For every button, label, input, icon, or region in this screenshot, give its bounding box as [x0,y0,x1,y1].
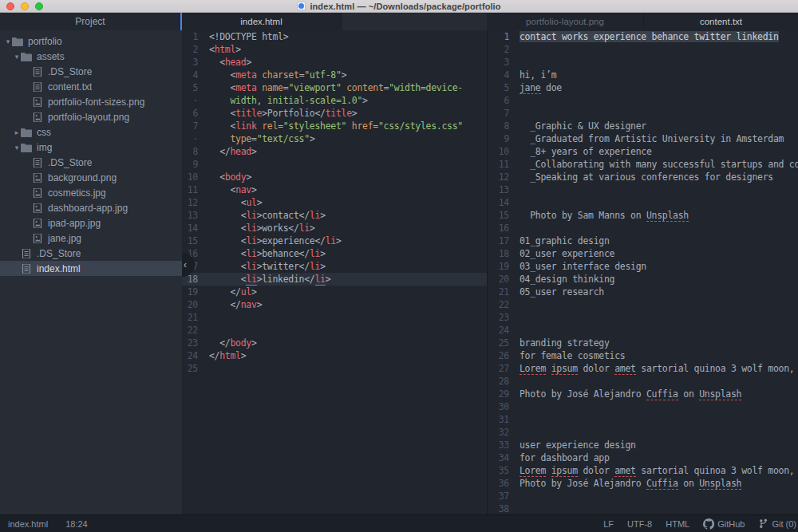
code-line[interactable]: 3 <head> [182,56,487,69]
code-line[interactable]: 38 [488,502,798,514]
code-line[interactable]: 5jane doe [488,81,798,94]
code-line[interactable]: 37 [488,490,798,502]
status-grammar[interactable]: HTML [666,519,689,529]
code-line[interactable]: 1<!DOCTYPE html> [182,30,487,43]
chevron-down-icon[interactable]: ▾ [13,53,21,61]
code-line[interactable]: 23 </body> [182,337,487,349]
code-line[interactable]: 26for female cosmetics [488,349,798,362]
tree-item--ds-store[interactable]: .DS_Store [0,155,182,170]
code-line[interactable]: 24 [488,324,798,337]
editor-index-html[interactable]: 1<!DOCTYPE html>2<html>3 <head>4 <meta c… [182,30,487,514]
chevron-right-icon[interactable]: ▸ [13,128,21,136]
code-line[interactable]: 1contact works experience behance twitte… [488,30,798,43]
code-line[interactable]: 20 </nav> [182,298,487,311]
code-line[interactable]: 7 <link rel="stylesheet" href="css/style… [182,120,487,132]
code-line[interactable]: 34for dashboard app [488,451,798,464]
close-button[interactable] [6,2,14,10]
code-line[interactable]: 2 [488,43,798,56]
tree-item-img[interactable]: ▾img [0,140,182,155]
code-line[interactable]: 17 <li>twitter</li> [182,260,487,273]
code-line[interactable]: 18 <li>linkedin</li> [182,273,487,286]
code-line[interactable]: 28 [488,375,798,388]
editor-content-txt[interactable]: 1contact works experience behance twitte… [487,30,798,514]
tree-item-portfolio[interactable]: ▾portfolio [0,33,182,49]
code-line[interactable]: · type="text/css"> [182,132,487,145]
code-line[interactable]: 1903_user interface design [488,260,798,273]
code-line[interactable]: 8 _Graphic & UX designer [488,120,798,132]
code-line[interactable]: 32 [488,426,798,439]
code-line[interactable]: 8 </head> [182,145,487,158]
code-line[interactable]: 35Lorem ipsum dolor amet sartorial quino… [488,464,798,477]
code-line[interactable]: 2004_design thinking [488,273,798,286]
tree-item-content-txt[interactable]: content.txt [0,79,182,94]
code-line[interactable]: 2<html> [182,43,487,56]
code-line[interactable]: · width, initial-scale=1.0"> [182,94,487,107]
tree-item-index-html[interactable]: index.html [0,261,182,276]
code-line[interactable]: 27Lorem ipsum dolor amet sartorial quino… [488,362,798,375]
code-line[interactable]: 15 Photo by Sam Manns on Unsplash [488,209,798,222]
code-line[interactable]: 6 <title>Portfolio</title> [182,107,487,120]
code-line[interactable]: 33user experience design [488,439,798,451]
tab-content-txt[interactable]: content.txt [644,13,798,30]
code-line[interactable]: 9 _Graduated from Artistic University in… [488,132,798,145]
code-line[interactable]: 2105_user research [488,286,798,298]
tree-item-ipad-app-jpg[interactable]: ipad-app.jpg [0,215,182,231]
tree-item-assets[interactable]: ▾assets [0,49,182,64]
status-encoding[interactable]: UTF-8 [627,519,652,529]
code-line[interactable]: 10 _8+ years of experience [488,145,798,158]
code-line[interactable]: 23 [488,311,798,324]
code-line[interactable]: 1802_user experience [488,247,798,260]
code-line[interactable]: 25 [182,362,487,375]
code-line[interactable]: 5 <meta name="viewport" content="width=d… [182,81,487,94]
chevron-down-icon[interactable]: ▾ [4,37,12,45]
code-line[interactable]: 25branding strategy [488,337,798,349]
code-line[interactable]: 15 <li>experience</li> [182,234,487,247]
status-git[interactable]: Git (0) [758,518,796,529]
status-cursor-position[interactable]: 18:24 [65,519,88,529]
tree-item--ds-store[interactable]: .DS_Store [0,64,182,79]
code-line[interactable]: 22 [488,298,798,311]
code-line[interactable]: 1701_graphic design [488,234,798,247]
code-line[interactable]: 12 <ul> [182,196,487,209]
code-line[interactable]: 11 <nav> [182,183,487,196]
code-line[interactable]: 13 [488,183,798,196]
status-filename[interactable]: index.html [8,519,48,529]
code-line[interactable]: 19 </ul> [182,286,487,298]
code-line[interactable]: 29Photo by José Alejandro Cuffia on Unsp… [488,388,798,400]
tree-item-css[interactable]: ▸css [0,124,182,140]
tree-item-jane-jpg[interactable]: jane.jpg [0,231,182,246]
tree-item-cosmetics-jpg[interactable]: cosmetics.jpg [0,185,182,200]
code-line[interactable]: 13 <li>contact</li> [182,209,487,222]
code-line[interactable]: 24</html> [182,349,487,362]
tree-item--ds-store[interactable]: .DS_Store [0,246,182,261]
code-line[interactable]: 36Photo by José Alejandro Cuffia on Unsp… [488,477,798,490]
code-line[interactable]: 7 [488,107,798,120]
code-line[interactable]: 16 <li>behance</li> [182,247,487,260]
code-line[interactable]: 4 <meta charset="utf-8"> [182,69,487,81]
tab-portfolio-layout-png[interactable]: portfolio-layout.png [487,13,644,30]
code-line[interactable]: 22 [182,324,487,337]
tree-item-dashboard-app-jpg[interactable]: dashboard-app.jpg [0,200,182,215]
code-line[interactable]: 3 [488,56,798,69]
code-line[interactable]: 14 [488,196,798,209]
tab-index-html[interactable]: index.html [182,13,342,30]
code-line[interactable]: 10 <body> [182,171,487,183]
code-line[interactable]: 14 <li>works</li> [182,222,487,234]
tree-item-portfolio-font-sizes-png[interactable]: portfolio-font-sizes.png [0,94,182,109]
status-line-ending[interactable]: LF [603,519,614,529]
minimize-button[interactable] [21,2,29,10]
chevron-down-icon[interactable]: ▾ [13,144,21,152]
code-line[interactable]: 11 _Collaborating with many successful s… [488,158,798,171]
code-line[interactable]: 21 [182,311,487,324]
code-line[interactable]: 4hi, i’m [488,69,798,81]
code-line[interactable]: 9 [182,158,487,171]
code-line[interactable]: 30 [488,400,798,413]
zoom-button[interactable] [35,2,43,10]
code-line[interactable]: 31 [488,413,798,426]
status-github[interactable]: GitHub [703,518,745,530]
code-line[interactable]: 6 [488,94,798,107]
code-line[interactable]: 16 [488,222,798,234]
tree-item-portfolio-layout-png[interactable]: portfolio-layout.png [0,109,182,124]
tree-item-background-png[interactable]: background.png [0,170,182,185]
code-line[interactable]: 12 _Speaking at various conferences for … [488,171,798,183]
